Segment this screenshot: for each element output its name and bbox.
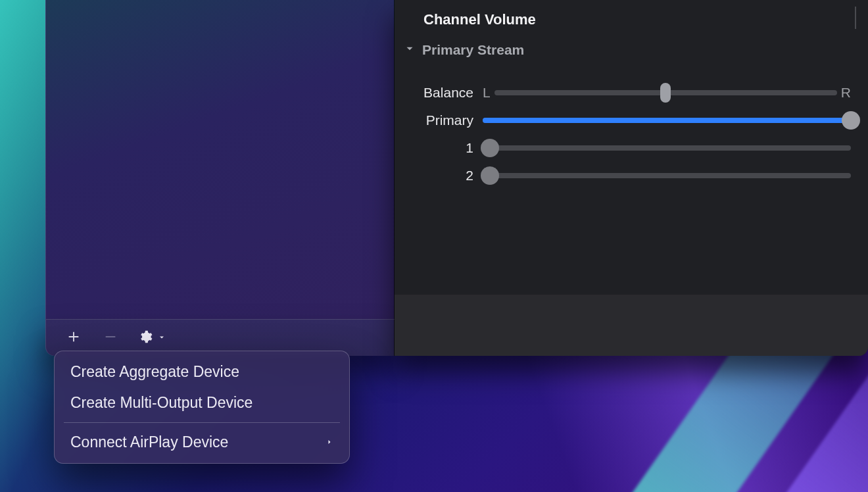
panel-bottom-bar — [395, 295, 868, 356]
primary-slider[interactable] — [483, 111, 851, 130]
balance-right-label: R — [837, 85, 855, 101]
slider-track — [483, 145, 851, 151]
menu-item-create-multi-output[interactable]: Create Multi-Output Device — [55, 387, 349, 418]
slider-group: Balance L R Primary 1 — [395, 79, 855, 189]
channel-2-slider-thumb[interactable] — [481, 166, 499, 185]
slider-track — [483, 118, 851, 123]
plus-icon — [66, 330, 81, 347]
menu-item-create-aggregate[interactable]: Create Aggregate Device — [55, 357, 349, 387]
primary-slider-thumb[interactable] — [842, 111, 860, 130]
menu-item-label: Connect AirPlay Device — [70, 433, 228, 451]
menu-separator — [64, 422, 340, 423]
add-button[interactable] — [64, 329, 83, 347]
balance-slider[interactable] — [494, 83, 837, 103]
content-area: Channel Volume Primary Stream Balance L … — [395, 0, 868, 295]
channel-1-slider-thumb[interactable] — [481, 139, 499, 157]
chevron-down-icon — [404, 43, 416, 57]
menu-item-label: Create Multi-Output Device — [70, 394, 253, 412]
channel-1-label: 1 — [395, 140, 479, 156]
sidebar-panel — [45, 0, 395, 319]
channel-2-row: 2 — [395, 162, 855, 189]
primary-label: Primary — [395, 112, 479, 128]
primary-stream-label: Primary Stream — [422, 42, 524, 58]
remove-button — [101, 329, 120, 347]
slider-fill — [483, 118, 851, 123]
primary-stream-disclosure[interactable]: Primary Stream — [404, 42, 524, 58]
chevron-down-icon — [158, 332, 166, 344]
slider-track — [483, 173, 851, 178]
minus-icon — [103, 330, 118, 347]
balance-slider-thumb[interactable] — [660, 83, 671, 103]
balance-label: Balance — [395, 85, 479, 101]
header-divider — [855, 7, 856, 29]
balance-left-label: L — [479, 85, 494, 101]
primary-row: Primary — [395, 107, 855, 134]
balance-row: Balance L R — [395, 79, 855, 107]
channel-volume-label: Channel Volume — [423, 11, 536, 28]
gear-icon — [138, 330, 153, 347]
channel-1-slider[interactable] — [483, 138, 851, 158]
menu-item-connect-airplay[interactable]: Connect AirPlay Device — [55, 427, 349, 458]
channel-1-row: 1 — [395, 134, 855, 162]
settings-menu-button[interactable] — [138, 330, 166, 347]
channel-2-label: 2 — [395, 168, 479, 184]
main-panel: Channel Volume Primary Stream Balance L … — [395, 0, 868, 356]
menu-item-label: Create Aggregate Device — [70, 363, 239, 381]
channel-2-slider[interactable] — [483, 166, 851, 185]
add-device-menu: Create Aggregate Device Create Multi-Out… — [54, 351, 350, 464]
chevron-right-icon — [326, 433, 333, 451]
